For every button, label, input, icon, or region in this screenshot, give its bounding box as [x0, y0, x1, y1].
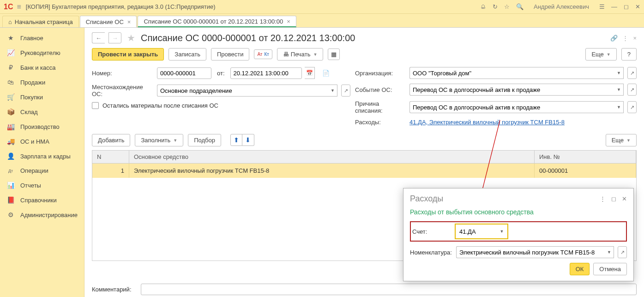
open-ref-icon[interactable]: ↗ [627, 84, 637, 96]
open-ref-icon[interactable]: ↗ [618, 246, 627, 258]
help-button[interactable]: ? [621, 48, 637, 61]
dropdown-icon[interactable]: ▼ [497, 225, 506, 237]
col-n[interactable]: N [92, 151, 129, 163]
save-button[interactable]: Записать [169, 48, 206, 61]
dropdown-icon[interactable]: ▼ [605, 246, 614, 258]
close-icon[interactable]: × [287, 18, 290, 25]
comment-label: Комментарий: [92, 286, 138, 293]
more-icon[interactable]: ⋮ [622, 35, 628, 42]
number-label: Номер: [92, 70, 154, 77]
link-icon[interactable]: 🔗 [610, 35, 618, 42]
tab-home-label: Начальная страница [15, 18, 73, 25]
move-up-button[interactable]: ⬆ [230, 134, 242, 146]
history-icon[interactable]: ↻ [493, 3, 498, 10]
post-button[interactable]: Провести [211, 48, 250, 61]
sidebar-item-bank[interactable]: ₽Банк и касса [0, 60, 84, 75]
sidebar-item-hr[interactable]: 👤Зарплата и кадры [0, 149, 84, 164]
nomen-input[interactable] [456, 246, 605, 258]
reason-label: Причина списания: [355, 100, 407, 114]
nav-back-button[interactable]: ← [92, 32, 105, 43]
content: ← → ★ Списание ОС 0000-000001 от 20.12.2… [84, 28, 644, 297]
app-title: [КОПИЯ] Бухгалтерия предприятия, редакци… [26, 3, 480, 10]
favorite-icon[interactable]: ★ [127, 32, 135, 43]
sidebar-item-catalogs[interactable]: 📕Справочники [0, 193, 84, 207]
sidebar-item-admin[interactable]: ⚙Администрирование [0, 207, 84, 222]
cancel-button[interactable]: Отмена [593, 263, 627, 275]
dropdown-icon[interactable]: ▼ [614, 67, 624, 79]
dtkt-button[interactable]: АтКт [254, 49, 272, 59]
add-button[interactable]: Добавить [92, 134, 130, 146]
ruble-icon: ₽ [6, 64, 15, 71]
truck-icon: 🚚 [6, 138, 15, 145]
open-ref-icon[interactable]: ↗ [627, 101, 637, 113]
event-input[interactable] [409, 84, 614, 96]
tab-list[interactable]: Списание ОС × [80, 16, 137, 27]
expenses-label: Расходы: [355, 119, 407, 126]
post-close-button[interactable]: Провести и закрыть [92, 48, 164, 61]
maximize-icon[interactable]: ◻ [624, 3, 629, 10]
location-label: Местонахождение ОС: [92, 84, 154, 97]
tab-doc[interactable]: Списание ОС 0000-000001 от 20.12.2021 13… [138, 16, 296, 27]
user-name[interactable]: Андрей Алексеевич [534, 3, 589, 10]
sidebar-item-operations[interactable]: ДтОперации [0, 164, 84, 178]
popup-maximize-icon[interactable]: ◻ [611, 195, 616, 202]
event-label: Событие ОС: [355, 86, 407, 93]
sidebar-item-purchases[interactable]: 🛒Покупки [0, 90, 84, 104]
nav-forward-button[interactable]: → [108, 32, 121, 43]
table-row[interactable]: 1 Электрический вилочный погрузчик TCM F… [92, 164, 636, 178]
location-input[interactable] [157, 85, 328, 97]
expenses-link[interactable]: 41.ДА, Электрический вилочный погрузчик … [409, 119, 565, 126]
number-input[interactable] [157, 67, 211, 79]
ok-button[interactable]: ОК [570, 263, 590, 275]
sidebar-item-sales[interactable]: 🛍Продажи [0, 75, 84, 90]
fill-button[interactable]: Заполнить▼ [135, 134, 183, 146]
doc-status-icon[interactable]: 📄 [322, 70, 330, 77]
structure-button[interactable]: ▦ [328, 48, 340, 60]
menu-icon[interactable]: ≡ [17, 3, 21, 11]
calendar-icon[interactable]: 📅 [305, 67, 315, 79]
sidebar-item-manager[interactable]: 📈Руководителю [0, 45, 84, 60]
dropdown-icon[interactable]: ▼ [614, 101, 624, 113]
sidebar-item-assets[interactable]: 🚚ОС и НМА [0, 134, 84, 149]
date-input[interactable] [230, 67, 302, 79]
sidebar-item-main[interactable]: ★Главное [0, 30, 84, 45]
select-button[interactable]: Подбор [188, 134, 221, 146]
dropdown-icon[interactable]: ▼ [614, 84, 624, 96]
sidebar-item-reports[interactable]: 📊Отчеты [0, 178, 84, 193]
col-name[interactable]: Основное средство [129, 151, 535, 163]
org-input[interactable] [409, 67, 614, 79]
account-input[interactable] [457, 225, 497, 237]
settings-icon[interactable]: ☰ [599, 3, 605, 10]
popup-close-icon[interactable]: ✕ [622, 195, 627, 202]
star-icon[interactable]: ☆ [504, 3, 510, 10]
book-icon: 📕 [6, 196, 15, 204]
open-ref-icon[interactable]: ↗ [627, 67, 637, 79]
sidebar-label: Склад [20, 109, 38, 115]
more-button[interactable]: Еще▼ [585, 48, 616, 61]
close-icon[interactable]: × [127, 18, 131, 25]
close-doc-icon[interactable]: × [633, 35, 637, 42]
reason-input[interactable] [409, 101, 614, 113]
sidebar-label: Банк и касса [20, 64, 56, 71]
print-button[interactable]: 🖶Печать▼ [277, 48, 324, 61]
tab-home[interactable]: ⌂ Начальная страница [2, 16, 79, 27]
close-window-icon[interactable]: ✕ [635, 3, 640, 10]
cell-name: Электрический вилочный погрузчик TCM FB1… [129, 164, 535, 178]
remains-checkbox[interactable] [92, 102, 99, 109]
list-more-button[interactable]: Еще▼ [606, 134, 637, 146]
sidebar-label: Зарплата и кадры [20, 153, 71, 160]
sidebar-label: Отчеты [20, 182, 41, 189]
bell-icon[interactable]: 🕭 [480, 3, 486, 10]
move-down-button[interactable]: ⬇ [242, 134, 254, 146]
search-icon[interactable]: 🔍 [516, 3, 524, 10]
sidebar-label: Покупки [20, 94, 43, 101]
comment-input[interactable] [141, 284, 637, 295]
dropdown-icon[interactable]: ▼ [328, 85, 337, 97]
printer-icon: 🖶 [283, 51, 289, 58]
sidebar-item-warehouse[interactable]: 📦Склад [0, 104, 84, 119]
popup-more-icon[interactable]: ⋮ [600, 195, 606, 202]
sidebar-item-production[interactable]: 🏭Производство [0, 119, 84, 134]
open-ref-icon[interactable]: ↗ [341, 85, 350, 97]
col-inv[interactable]: Инв. № [535, 151, 636, 163]
minimize-icon[interactable]: — [611, 3, 617, 10]
